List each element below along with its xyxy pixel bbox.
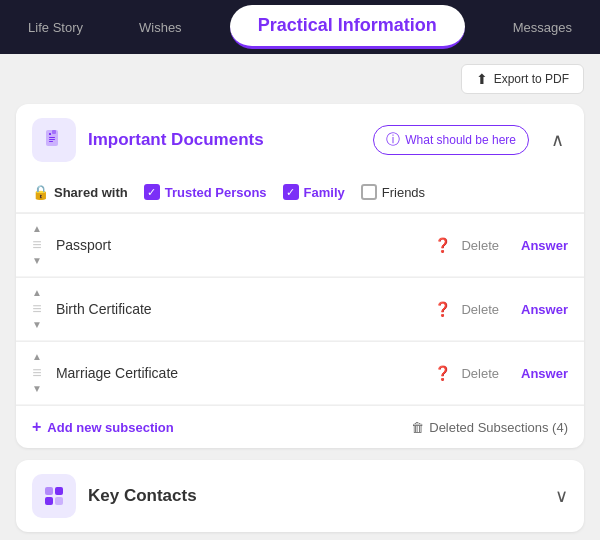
key-contacts-header: Key Contacts ∨ xyxy=(16,460,584,532)
export-pdf-label: Export to PDF xyxy=(494,72,569,86)
birth-cert-drag-handle[interactable]: ≡ xyxy=(32,300,41,318)
card-header: Important Documents ⓘ What should be her… xyxy=(16,104,584,176)
key-contacts-icon xyxy=(32,474,76,518)
nav-wishes[interactable]: Wishes xyxy=(131,4,190,51)
marriage-cert-arrow-down[interactable]: ▼ xyxy=(32,384,42,394)
passport-help-icon[interactable]: ❓ xyxy=(434,237,451,253)
svg-rect-8 xyxy=(45,497,53,505)
marriage-certificate-row: ▲ ≡ ▼ Marriage Certificate ❓ Delete Answ… xyxy=(16,342,584,405)
marriage-cert-drag-handle[interactable]: ≡ xyxy=(32,364,41,382)
important-docs-icon xyxy=(32,118,76,162)
lock-icon: 🔒 xyxy=(32,184,49,200)
export-pdf-button[interactable]: ⬆ Export to PDF xyxy=(461,64,584,94)
marriage-certificate-label: Marriage Certificate xyxy=(56,365,425,381)
passport-drag-handle[interactable]: ≡ xyxy=(32,236,41,254)
info-circle-icon: ⓘ xyxy=(386,131,400,149)
key-contacts-card: Key Contacts ∨ xyxy=(16,460,584,532)
svg-rect-4 xyxy=(49,141,53,142)
svg-rect-1 xyxy=(49,133,51,135)
svg-rect-9 xyxy=(55,497,63,505)
birth-certificate-row: ▲ ≡ ▼ Birth Certificate ❓ Delete Answer xyxy=(16,278,584,341)
plus-icon: + xyxy=(32,418,41,436)
birth-certificate-label: Birth Certificate xyxy=(56,301,425,317)
nav-life-story[interactable]: Life Story xyxy=(20,4,91,51)
passport-delete-button[interactable]: Delete xyxy=(461,238,499,253)
deleted-subsections-label: Deleted Subsections (4) xyxy=(429,420,568,435)
shared-with-row: 🔒 Shared with ✓ Trusted Persons ✓ Family… xyxy=(16,176,584,213)
export-icon: ⬆ xyxy=(476,71,488,87)
card-title: Important Documents xyxy=(88,130,361,150)
key-contacts-title: Key Contacts xyxy=(88,486,543,506)
marriage-cert-answer-button[interactable]: Answer xyxy=(521,366,568,381)
svg-rect-5 xyxy=(52,130,56,134)
important-documents-card: Important Documents ⓘ What should be her… xyxy=(16,104,584,448)
marriage-cert-arrow-up[interactable]: ▲ xyxy=(32,352,42,362)
passport-arrow-up[interactable]: ▲ xyxy=(32,224,42,234)
collapse-button[interactable]: ∧ xyxy=(547,125,568,155)
birth-cert-delete-button[interactable]: Delete xyxy=(461,302,499,317)
marriage-cert-delete-button[interactable]: Delete xyxy=(461,366,499,381)
marriage-cert-controls: ▲ ≡ ▼ xyxy=(32,352,42,394)
birth-cert-controls: ▲ ≡ ▼ xyxy=(32,288,42,330)
passport-row: ▲ ≡ ▼ Passport ❓ Delete Answer xyxy=(16,214,584,277)
deleted-subsections-button[interactable]: 🗑 Deleted Subsections (4) xyxy=(411,420,568,435)
friends-check-icon xyxy=(361,184,377,200)
nav-practical-information[interactable]: Practical Information xyxy=(230,5,465,49)
add-new-subsection-label: Add new subsection xyxy=(47,420,173,435)
nav-messages[interactable]: Messages xyxy=(505,4,580,51)
passport-arrow-down[interactable]: ▼ xyxy=(32,256,42,266)
passport-answer-button[interactable]: Answer xyxy=(521,238,568,253)
passport-label: Passport xyxy=(56,237,425,253)
birth-cert-arrow-down[interactable]: ▼ xyxy=(32,320,42,330)
trusted-persons-check-icon: ✓ xyxy=(144,184,160,200)
passport-controls: ▲ ≡ ▼ xyxy=(32,224,42,266)
trash-icon: 🗑 xyxy=(411,420,424,435)
main-content: ⬆ Export to PDF Important Documents ⓘ Wh… xyxy=(0,54,600,540)
family-check-icon: ✓ xyxy=(283,184,299,200)
birth-cert-arrow-up[interactable]: ▲ xyxy=(32,288,42,298)
family-checkbox[interactable]: ✓ Family xyxy=(283,184,345,200)
svg-rect-6 xyxy=(45,487,53,495)
what-should-label: What should be here xyxy=(405,133,516,147)
key-contacts-expand-button[interactable]: ∨ xyxy=(555,485,568,507)
trusted-persons-checkbox[interactable]: ✓ Trusted Persons xyxy=(144,184,267,200)
birth-cert-answer-button[interactable]: Answer xyxy=(521,302,568,317)
add-row: + Add new subsection 🗑 Deleted Subsectio… xyxy=(16,406,584,448)
svg-rect-7 xyxy=(55,487,63,495)
svg-rect-3 xyxy=(49,139,55,140)
export-row: ⬆ Export to PDF xyxy=(16,64,584,94)
friends-checkbox[interactable]: Friends xyxy=(361,184,425,200)
marriage-cert-help-icon[interactable]: ❓ xyxy=(434,365,451,381)
what-should-be-here-button[interactable]: ⓘ What should be here xyxy=(373,125,529,155)
birth-cert-help-icon[interactable]: ❓ xyxy=(434,301,451,317)
svg-rect-2 xyxy=(49,137,55,138)
add-new-subsection-button[interactable]: + Add new subsection xyxy=(32,418,174,436)
shared-with-label: 🔒 Shared with xyxy=(32,184,128,200)
top-navigation: Life Story Wishes Practical Information … xyxy=(0,0,600,54)
